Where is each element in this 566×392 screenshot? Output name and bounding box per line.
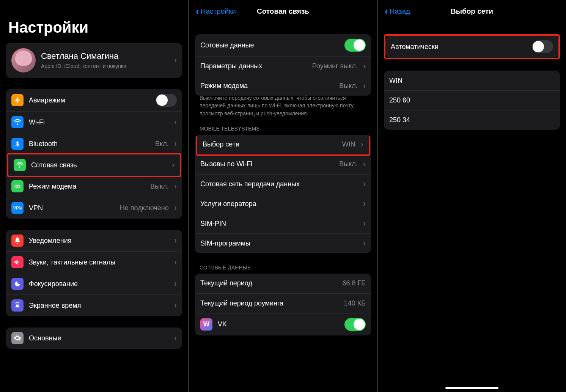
chevron-right-icon: › — [361, 140, 363, 150]
roaming-period-value: 140 КБ — [344, 299, 366, 307]
profile-name: Светлана Симагина — [41, 51, 169, 61]
automatic-row[interactable]: Автоматически — [385, 36, 558, 58]
data-network-label: Сотовая сеть передачи данных — [200, 180, 358, 188]
network-selection-highlight: Выбор сети WIN › — [196, 135, 370, 156]
screentime-row[interactable]: Экранное время › — [6, 294, 182, 316]
hotspot-row[interactable]: Режим модема Выкл. › — [195, 76, 371, 96]
chevron-right-icon: › — [363, 219, 366, 228]
automatic-toggle[interactable] — [532, 40, 553, 53]
nav-title: Сотовая связь — [257, 7, 309, 16]
roaming-period-label: Текущий период роуминга — [200, 299, 339, 307]
vk-label: VK — [218, 320, 339, 328]
cellular-icon — [14, 159, 26, 171]
bluetooth-value: Вкл. — [155, 140, 169, 148]
chevron-right-icon: › — [174, 236, 177, 246]
hourglass-icon — [11, 299, 24, 312]
roaming-period-row[interactable]: Текущий период роуминга 140 КБ — [195, 293, 371, 313]
back-button[interactable]: ‹ Настройки — [196, 6, 236, 16]
apple-id-row[interactable]: Светлана Симагина Apple ID, iCloud, конт… — [6, 43, 182, 78]
bluetooth-row[interactable]: Bluetooth Вкл. › — [6, 133, 182, 154]
notifications-row[interactable]: Уведомления › — [6, 230, 182, 251]
notifications-label: Уведомления — [29, 237, 169, 245]
operator-header: MOBILE TELESYSTEMS — [200, 126, 366, 132]
focus-label: Фокусирование — [29, 280, 169, 288]
wifi-label: Wi-Fi — [29, 118, 169, 126]
phone-cellular: ‹ Настройки Сотовая связь Сотовые данные… — [188, 0, 377, 392]
chevron-right-icon: › — [363, 179, 366, 189]
current-period-value: 66,8 ГБ — [342, 279, 366, 287]
vk-toggle[interactable] — [344, 318, 366, 331]
network-row[interactable]: 250 34 — [384, 110, 560, 130]
page-title: Настройки — [8, 19, 184, 36]
hotspot-label: Режим модема — [29, 183, 145, 190]
data-footnote: Выключите передачу сотовых данных, чтобы… — [200, 94, 366, 117]
current-period-label: Текущий период — [200, 279, 337, 287]
home-indicator[interactable] — [445, 387, 498, 389]
hotspot-label: Режим модема — [200, 82, 334, 90]
profile-group: Светлана Симагина Apple ID, iCloud, конт… — [6, 43, 182, 78]
carrier-services-row[interactable]: Услуги оператора › — [195, 194, 371, 214]
automatic-highlight: Автоматически — [384, 34, 560, 59]
wifi-calling-row[interactable]: Вызовы по Wi-Fi Выкл. › — [195, 154, 371, 174]
network-selection-label: Выбор сети — [203, 140, 337, 148]
connectivity-group: Авиарежим Wi-Fi › Bluetooth Вкл. › Сотов… — [6, 89, 182, 219]
sim-apps-row[interactable]: SIM-программы › — [195, 233, 371, 253]
airplane-row[interactable]: Авиарежим — [6, 89, 182, 111]
back-label: Назад — [390, 7, 410, 16]
sounds-label: Звуки, тактильные сигналы — [29, 258, 169, 266]
chevron-right-icon: › — [363, 159, 366, 169]
hotspot-value: Выкл. — [150, 183, 169, 190]
current-period-row[interactable]: Текущий период 66,8 ГБ — [195, 274, 371, 293]
data-options-value: Роуминг выкл. — [312, 62, 358, 70]
screentime-label: Экранное время — [29, 302, 169, 310]
focus-row[interactable]: Фокусирование › — [6, 273, 182, 294]
gear-icon — [11, 332, 24, 344]
network-row[interactable]: 250 60 — [384, 90, 560, 110]
general-label: Основные — [29, 334, 169, 342]
sim-pin-label: SIM-PIN — [200, 220, 358, 228]
usage-header: СОТОВЫЕ ДАННЫЕ — [200, 264, 366, 271]
network-label: 250 34 — [389, 116, 555, 124]
cellular-main-group: Сотовые данные Параметры данных Роуминг … — [195, 34, 371, 96]
profile-sub: Apple ID, iCloud, контент и покупки — [41, 63, 169, 69]
alerts-group: Уведомления › Звуки, тактильные сигналы … — [6, 230, 182, 316]
operator-group: Выбор сети WIN › Вызовы по Wi-Fi Выкл. ›… — [195, 135, 371, 253]
hotspot-row[interactable]: Режим модема Выкл. › — [6, 176, 182, 197]
phone-network-selection: ‹ Назад Выбор сети Автоматически WIN 250… — [377, 0, 566, 392]
vpn-icon: VPN — [11, 202, 24, 214]
bluetooth-icon — [11, 138, 24, 150]
network-selection-row[interactable]: Выбор сети WIN › — [197, 135, 369, 154]
wifi-row[interactable]: Wi-Fi › — [6, 111, 182, 133]
cellular-data-row[interactable]: Сотовые данные — [195, 34, 371, 56]
cellular-data-toggle[interactable] — [344, 39, 366, 52]
data-network-row[interactable]: Сотовая сеть передачи данных › — [195, 174, 371, 194]
chevron-right-icon: › — [174, 117, 177, 127]
chevron-right-icon: › — [172, 160, 175, 170]
network-row[interactable]: WIN — [384, 71, 560, 90]
nav-bar: ‹ Настройки Сотовая связь — [193, 0, 373, 23]
back-button[interactable]: ‹ Назад — [385, 6, 410, 16]
phone-settings-root: Настройки Светлана Симагина Apple ID, iC… — [0, 0, 188, 392]
avatar — [11, 48, 36, 72]
chevron-left-icon: ‹ — [385, 6, 388, 16]
general-row[interactable]: Основные › — [6, 327, 182, 349]
cellular-row[interactable]: Сотовая связь › — [8, 154, 180, 176]
general-group: Основные › — [6, 327, 182, 349]
airplane-toggle[interactable] — [156, 94, 177, 107]
wifi-calling-value: Выкл. — [339, 160, 358, 168]
vk-app-row[interactable]: W VK — [195, 313, 371, 335]
chevron-right-icon: › — [174, 181, 177, 191]
vpn-row[interactable]: VPN VPN Не подключено › — [6, 197, 182, 219]
chevron-right-icon: › — [174, 301, 177, 310]
vpn-label: VPN — [29, 204, 115, 212]
back-label: Настройки — [201, 7, 236, 16]
bell-icon — [11, 235, 24, 247]
usage-group: Текущий период 66,8 ГБ Текущий период ро… — [195, 274, 371, 335]
network-label: WIN — [389, 77, 555, 85]
data-options-row[interactable]: Параметры данных Роуминг выкл. › — [195, 56, 371, 76]
sounds-row[interactable]: Звуки, тактильные сигналы › — [6, 251, 182, 273]
svg-point-1 — [17, 185, 20, 188]
sim-pin-row[interactable]: SIM-PIN › — [195, 214, 371, 233]
sim-apps-label: SIM-программы — [200, 239, 358, 247]
nav-title: Выбор сети — [451, 7, 493, 16]
